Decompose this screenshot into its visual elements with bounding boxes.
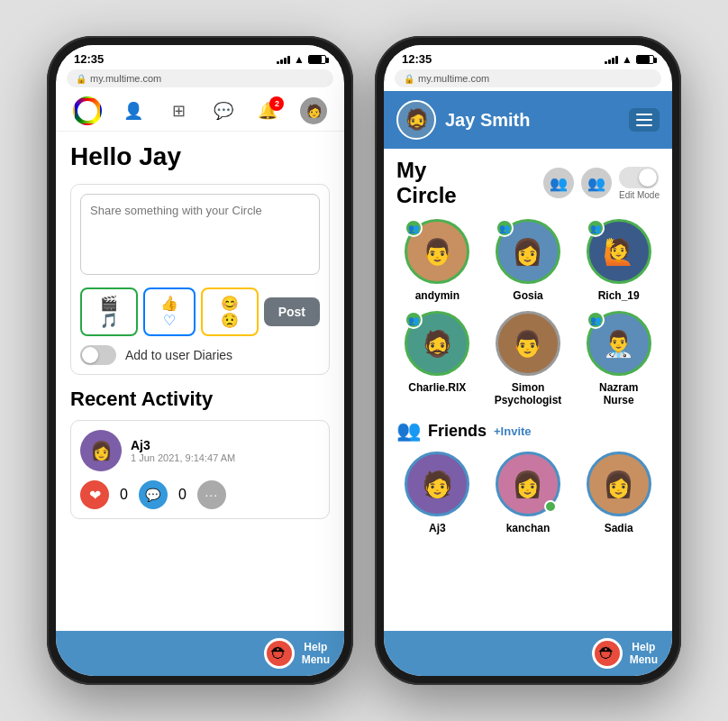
hamburger-menu-button[interactable] <box>629 108 660 132</box>
right-battery-icon <box>636 55 654 64</box>
member-name-nazram: NazramNurse <box>599 381 638 406</box>
help-label[interactable]: HelpMenu <box>302 641 330 667</box>
member-nazram[interactable]: 👨‍⚕️ 👥 NazramNurse <box>578 311 660 406</box>
media-button[interactable]: 🎬 🎵 <box>80 287 138 336</box>
notification-badge: 2 <box>269 96 284 111</box>
post-card: 🎬 🎵 👍 ♡ 😊 😟 Post Add to user Diaries <box>70 184 330 375</box>
friend-sadia[interactable]: 👩 Sadia <box>578 452 660 534</box>
activity-user-row: 👩 Aj3 1 Jun 2021, 9:14:47 AM <box>80 430 320 471</box>
right-help-label[interactable]: HelpMenu <box>630 641 658 667</box>
member-rich19[interactable]: 🙋 👥 Rich_19 <box>578 219 660 302</box>
member-gosia[interactable]: 👩 👥 Gosia <box>487 219 569 302</box>
edit-toggle-knob <box>639 169 657 187</box>
lock-icon: 🔒 <box>76 74 86 84</box>
friend-kanchan[interactable]: 👩 kanchan <box>487 452 569 534</box>
right-lock-icon: 🔒 <box>404 74 414 84</box>
post-actions: 🎬 🎵 👍 ♡ 😊 😟 Post <box>80 287 320 336</box>
member-simon[interactable]: 👨 SimonPsychologist <box>487 311 569 406</box>
bell-icon[interactable]: 🔔 2 <box>255 98 280 123</box>
friends-grid: 🧑 Aj3 👩 kanchan <box>396 452 660 534</box>
menu-line-1 <box>636 114 652 115</box>
heart-button[interactable]: ❤ <box>80 480 109 509</box>
greeting-title: Hello Jay <box>70 142 330 171</box>
my-circle-title: MyCircle <box>396 158 457 208</box>
scene: 12:35 ▲ 🔒 my.multime.com 👤 <box>0 0 728 721</box>
toggle-knob <box>82 347 98 363</box>
right-time: 12:35 <box>402 52 432 66</box>
right-url-bar[interactable]: 🔒 my.multime.com <box>395 69 661 87</box>
grid-icon[interactable]: ⊞ <box>166 98 191 123</box>
right-help-icon[interactable]: ⛑ <box>592 638 623 669</box>
member-name-andymin: andymin <box>415 289 460 302</box>
jay-avatar: 🧔 <box>396 100 436 140</box>
activity-timestamp: 1 Jun 2021, 9:14:47 AM <box>131 452 235 463</box>
member-charlie[interactable]: 🧔 👥 Charlie.RIX <box>396 311 478 406</box>
comment-count: 0 <box>178 487 187 503</box>
like-button[interactable]: 👍 ♡ <box>143 287 196 336</box>
logo-icon[interactable] <box>73 96 102 125</box>
friend-aj3[interactable]: 🧑 Aj3 <box>396 452 478 534</box>
member-badge-nazram: 👥 <box>587 311 605 329</box>
chat-icon[interactable]: 💬 <box>211 98 236 123</box>
friend-name-sadia: Sadia <box>605 522 633 534</box>
heart-count: 0 <box>120 487 128 503</box>
menu-line-3 <box>636 124 652 126</box>
left-bottom-bar: ⛑ HelpMenu <box>56 631 344 676</box>
member-name-rich19: Rich_19 <box>598 289 640 302</box>
battery-icon <box>308 55 326 64</box>
comment-button[interactable]: 💬 <box>139 480 168 509</box>
user-avatar-nav[interactable]: 🧑 <box>300 97 327 124</box>
signal-icon <box>277 55 290 64</box>
activity-card: 👩 Aj3 1 Jun 2021, 9:14:47 AM ❤ 0 💬 0 ··· <box>70 420 330 519</box>
invite-button[interactable]: +Invite <box>494 424 532 438</box>
circle-members-grid: 👨 👥 andymin 👩 👥 Gosia <box>396 219 660 406</box>
diary-label: Add to user Diaries <box>125 348 232 362</box>
diary-toggle-switch[interactable] <box>80 345 116 365</box>
right-bottom-bar: ⛑ HelpMenu <box>384 631 672 676</box>
left-status-icons: ▲ <box>277 53 326 66</box>
left-phone: 12:35 ▲ 🔒 my.multime.com 👤 <box>47 36 353 685</box>
member-name-simon: SimonPsychologist <box>495 381 562 406</box>
friends-group-icon: 👥 <box>396 419 421 443</box>
member-badge-gosia: 👥 <box>496 219 514 237</box>
circle-header: 🧔 Jay Smith <box>384 91 672 149</box>
member-badge-rich19: 👥 <box>587 219 605 237</box>
circle-controls: 👥 👥 Edit Mode <box>543 167 660 200</box>
edit-mode-toggle: Edit Mode <box>619 167 660 200</box>
left-time: 12:35 <box>74 52 104 66</box>
right-phone: 12:35 ▲ 🔒 my.multime.com 🧔 Jay Smith <box>375 36 681 685</box>
member-andymin[interactable]: 👨 👥 andymin <box>396 219 478 302</box>
friends-title: Friends <box>428 422 487 441</box>
left-status-bar: 12:35 ▲ <box>56 45 344 69</box>
add-member-icon[interactable]: 👥 <box>543 168 574 198</box>
right-url: my.multime.com <box>418 73 489 84</box>
edit-toggle-switch[interactable] <box>619 167 659 188</box>
right-status-bar: 12:35 ▲ <box>384 45 672 69</box>
edit-mode-label: Edit Mode <box>619 190 660 200</box>
circle-header-name: Jay Smith <box>445 110 620 131</box>
left-url-bar[interactable]: 🔒 my.multime.com <box>67 69 333 87</box>
friend-avatar-sadia: 👩 <box>587 452 651 516</box>
wifi-icon: ▲ <box>294 53 305 66</box>
activity-username: Aj3 <box>131 438 235 452</box>
help-icon[interactable]: ⛑ <box>264 638 295 669</box>
right-signal-icon <box>605 55 618 64</box>
post-submit-button[interactable]: Post <box>264 297 320 326</box>
friend-avatar-aj3: 🧑 <box>405 452 469 516</box>
right-wifi-icon: ▲ <box>622 53 632 66</box>
left-phone-content: Hello Jay 🎬 🎵 👍 ♡ 😊 😟 Post <box>56 132 344 631</box>
more-button[interactable]: ··· <box>197 480 226 509</box>
activity-actions-row: ❤ 0 💬 0 ··· <box>80 480 320 509</box>
menu-line-2 <box>636 119 652 121</box>
post-textarea[interactable] <box>80 194 320 275</box>
emoji-button[interactable]: 😊 😟 <box>201 287 259 336</box>
friend-name-kanchan: kanchan <box>506 522 551 534</box>
online-indicator-kanchan <box>544 500 557 513</box>
right-phone-content: MyCircle 👥 👥 Edit Mode <box>384 149 672 631</box>
activity-user-avatar: 👩 <box>80 430 122 471</box>
users-icon[interactable]: 👤 <box>121 98 146 123</box>
group-icon[interactable]: 👥 <box>581 168 612 198</box>
member-name-charlie: Charlie.RIX <box>408 381 466 394</box>
friend-name-aj3: Aj3 <box>429 522 446 534</box>
member-avatar-simon: 👨 <box>496 311 560 376</box>
